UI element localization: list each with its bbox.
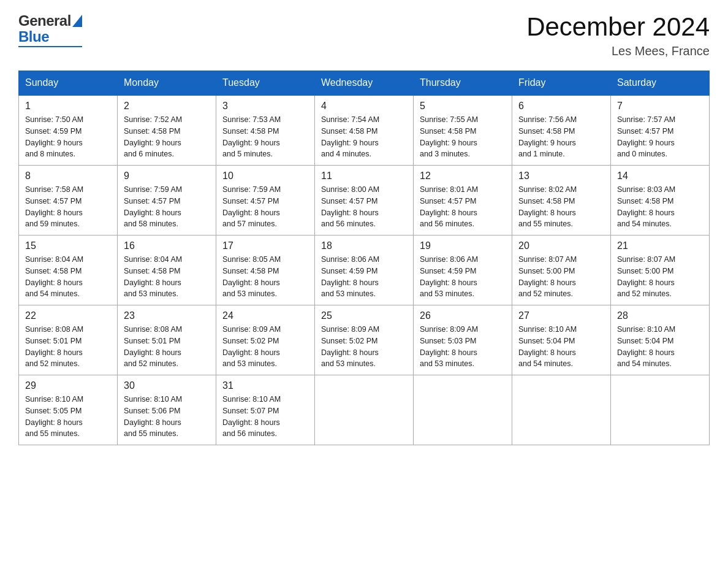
day-number: 26 bbox=[420, 310, 506, 321]
day-cell: 24Sunrise: 8:09 AM Sunset: 5:02 PM Dayli… bbox=[216, 305, 315, 375]
day-cell: 9Sunrise: 7:59 AM Sunset: 4:57 PM Daylig… bbox=[118, 166, 216, 236]
day-cell: 7Sunrise: 7:57 AM Sunset: 4:57 PM Daylig… bbox=[611, 95, 710, 166]
day-number: 4 bbox=[321, 101, 407, 112]
logo-underline bbox=[18, 46, 82, 47]
day-cell: 5Sunrise: 7:55 AM Sunset: 4:58 PM Daylig… bbox=[414, 95, 512, 166]
day-number: 24 bbox=[222, 310, 308, 321]
col-header-sunday: Sunday bbox=[19, 71, 118, 96]
day-cell: 28Sunrise: 8:10 AM Sunset: 5:04 PM Dayli… bbox=[611, 305, 710, 375]
col-header-monday: Monday bbox=[118, 71, 216, 96]
day-info: Sunrise: 8:02 AM Sunset: 4:58 PM Dayligh… bbox=[518, 185, 577, 228]
day-number: 19 bbox=[420, 240, 506, 251]
day-info: Sunrise: 8:04 AM Sunset: 4:58 PM Dayligh… bbox=[124, 255, 182, 298]
day-cell: 12Sunrise: 8:01 AM Sunset: 4:57 PM Dayli… bbox=[414, 166, 512, 236]
calendar-body: 1Sunrise: 7:50 AM Sunset: 4:59 PM Daylig… bbox=[19, 95, 710, 445]
day-number: 10 bbox=[222, 170, 308, 182]
day-info: Sunrise: 7:54 AM Sunset: 4:58 PM Dayligh… bbox=[321, 115, 379, 158]
day-number: 29 bbox=[25, 380, 111, 391]
day-number: 22 bbox=[25, 310, 111, 321]
day-cell: 17Sunrise: 8:05 AM Sunset: 4:58 PM Dayli… bbox=[216, 236, 315, 305]
day-number: 18 bbox=[321, 240, 407, 251]
col-header-saturday: Saturday bbox=[611, 71, 710, 96]
col-header-friday: Friday bbox=[512, 71, 611, 96]
day-number: 5 bbox=[420, 101, 506, 112]
day-cell: 10Sunrise: 7:59 AM Sunset: 4:57 PM Dayli… bbox=[216, 166, 315, 236]
day-cell bbox=[315, 375, 414, 445]
day-cell: 4Sunrise: 7:54 AM Sunset: 4:58 PM Daylig… bbox=[315, 95, 414, 166]
day-number: 16 bbox=[124, 240, 210, 251]
day-cell: 18Sunrise: 8:06 AM Sunset: 4:59 PM Dayli… bbox=[315, 236, 414, 305]
col-header-tuesday: Tuesday bbox=[216, 71, 315, 96]
day-info: Sunrise: 8:06 AM Sunset: 4:59 PM Dayligh… bbox=[321, 255, 379, 298]
title-section: December 2024 Les Mees, France bbox=[526, 12, 710, 58]
day-number: 13 bbox=[518, 170, 604, 182]
day-info: Sunrise: 8:07 AM Sunset: 5:00 PM Dayligh… bbox=[518, 255, 577, 298]
day-cell: 14Sunrise: 8:03 AM Sunset: 4:58 PM Dayli… bbox=[611, 166, 710, 236]
day-info: Sunrise: 8:08 AM Sunset: 5:01 PM Dayligh… bbox=[25, 325, 83, 368]
day-cell: 30Sunrise: 8:10 AM Sunset: 5:06 PM Dayli… bbox=[118, 375, 216, 445]
day-number: 2 bbox=[124, 101, 210, 112]
day-cell bbox=[611, 375, 710, 445]
day-info: Sunrise: 8:07 AM Sunset: 5:00 PM Dayligh… bbox=[617, 255, 675, 298]
day-info: Sunrise: 7:55 AM Sunset: 4:58 PM Dayligh… bbox=[420, 115, 478, 158]
day-number: 30 bbox=[124, 380, 210, 391]
day-cell: 22Sunrise: 8:08 AM Sunset: 5:01 PM Dayli… bbox=[19, 305, 118, 375]
day-number: 8 bbox=[25, 170, 111, 182]
day-cell: 16Sunrise: 8:04 AM Sunset: 4:58 PM Dayli… bbox=[118, 236, 216, 305]
day-cell: 3Sunrise: 7:53 AM Sunset: 4:58 PM Daylig… bbox=[216, 95, 315, 166]
day-number: 31 bbox=[222, 380, 308, 391]
day-number: 27 bbox=[518, 310, 604, 321]
day-info: Sunrise: 8:03 AM Sunset: 4:58 PM Dayligh… bbox=[617, 185, 675, 228]
week-row-2: 8Sunrise: 7:58 AM Sunset: 4:57 PM Daylig… bbox=[19, 166, 710, 236]
day-cell: 19Sunrise: 8:06 AM Sunset: 4:59 PM Dayli… bbox=[414, 236, 512, 305]
col-header-thursday: Thursday bbox=[414, 71, 512, 96]
week-row-5: 29Sunrise: 8:10 AM Sunset: 5:05 PM Dayli… bbox=[19, 375, 710, 445]
day-cell bbox=[414, 375, 512, 445]
logo-arrow-icon bbox=[72, 15, 82, 27]
day-number: 15 bbox=[25, 240, 111, 251]
week-row-1: 1Sunrise: 7:50 AM Sunset: 4:59 PM Daylig… bbox=[19, 95, 710, 166]
day-info: Sunrise: 7:50 AM Sunset: 4:59 PM Dayligh… bbox=[25, 115, 83, 158]
day-info: Sunrise: 7:58 AM Sunset: 4:57 PM Dayligh… bbox=[25, 185, 83, 228]
day-info: Sunrise: 8:10 AM Sunset: 5:04 PM Dayligh… bbox=[518, 325, 577, 368]
week-row-4: 22Sunrise: 8:08 AM Sunset: 5:01 PM Dayli… bbox=[19, 305, 710, 375]
logo-general-text: General bbox=[18, 12, 71, 29]
day-number: 9 bbox=[124, 170, 210, 182]
day-info: Sunrise: 7:53 AM Sunset: 4:58 PM Dayligh… bbox=[222, 115, 281, 158]
day-info: Sunrise: 8:10 AM Sunset: 5:07 PM Dayligh… bbox=[222, 395, 281, 438]
day-cell bbox=[512, 375, 611, 445]
day-info: Sunrise: 8:00 AM Sunset: 4:57 PM Dayligh… bbox=[321, 185, 379, 228]
day-cell: 15Sunrise: 8:04 AM Sunset: 4:58 PM Dayli… bbox=[19, 236, 118, 305]
day-info: Sunrise: 8:10 AM Sunset: 5:04 PM Dayligh… bbox=[617, 325, 675, 368]
day-cell: 11Sunrise: 8:00 AM Sunset: 4:57 PM Dayli… bbox=[315, 166, 414, 236]
calendar-table: SundayMondayTuesdayWednesdayThursdayFrid… bbox=[18, 71, 710, 445]
day-cell: 13Sunrise: 8:02 AM Sunset: 4:58 PM Dayli… bbox=[512, 166, 611, 236]
day-number: 28 bbox=[617, 310, 703, 321]
day-cell: 31Sunrise: 8:10 AM Sunset: 5:07 PM Dayli… bbox=[216, 375, 315, 445]
day-number: 1 bbox=[25, 101, 111, 112]
page-header: General Blue December 2024 Les Mees, Fra… bbox=[18, 12, 710, 58]
week-row-3: 15Sunrise: 8:04 AM Sunset: 4:58 PM Dayli… bbox=[19, 236, 710, 305]
day-info: Sunrise: 7:57 AM Sunset: 4:57 PM Dayligh… bbox=[617, 115, 675, 158]
day-cell: 6Sunrise: 7:56 AM Sunset: 4:58 PM Daylig… bbox=[512, 95, 611, 166]
day-info: Sunrise: 8:09 AM Sunset: 5:03 PM Dayligh… bbox=[420, 325, 478, 368]
day-info: Sunrise: 8:10 AM Sunset: 5:06 PM Dayligh… bbox=[124, 395, 182, 438]
day-number: 3 bbox=[222, 101, 308, 112]
day-cell: 20Sunrise: 8:07 AM Sunset: 5:00 PM Dayli… bbox=[512, 236, 611, 305]
day-number: 21 bbox=[617, 240, 703, 251]
location-subtitle: Les Mees, France bbox=[526, 44, 710, 58]
day-info: Sunrise: 8:09 AM Sunset: 5:02 PM Dayligh… bbox=[321, 325, 379, 368]
day-cell: 8Sunrise: 7:58 AM Sunset: 4:57 PM Daylig… bbox=[19, 166, 118, 236]
day-number: 14 bbox=[617, 170, 703, 182]
day-cell: 2Sunrise: 7:52 AM Sunset: 4:58 PM Daylig… bbox=[118, 95, 216, 166]
day-number: 6 bbox=[518, 101, 604, 112]
day-info: Sunrise: 8:08 AM Sunset: 5:01 PM Dayligh… bbox=[124, 325, 182, 368]
day-info: Sunrise: 7:56 AM Sunset: 4:58 PM Dayligh… bbox=[518, 115, 577, 158]
day-number: 17 bbox=[222, 240, 308, 251]
day-cell: 21Sunrise: 8:07 AM Sunset: 5:00 PM Dayli… bbox=[611, 236, 710, 305]
day-cell: 23Sunrise: 8:08 AM Sunset: 5:01 PM Dayli… bbox=[118, 305, 216, 375]
day-info: Sunrise: 8:10 AM Sunset: 5:05 PM Dayligh… bbox=[25, 395, 83, 438]
day-number: 20 bbox=[518, 240, 604, 251]
col-header-wednesday: Wednesday bbox=[315, 71, 414, 96]
day-info: Sunrise: 7:59 AM Sunset: 4:57 PM Dayligh… bbox=[124, 185, 182, 228]
